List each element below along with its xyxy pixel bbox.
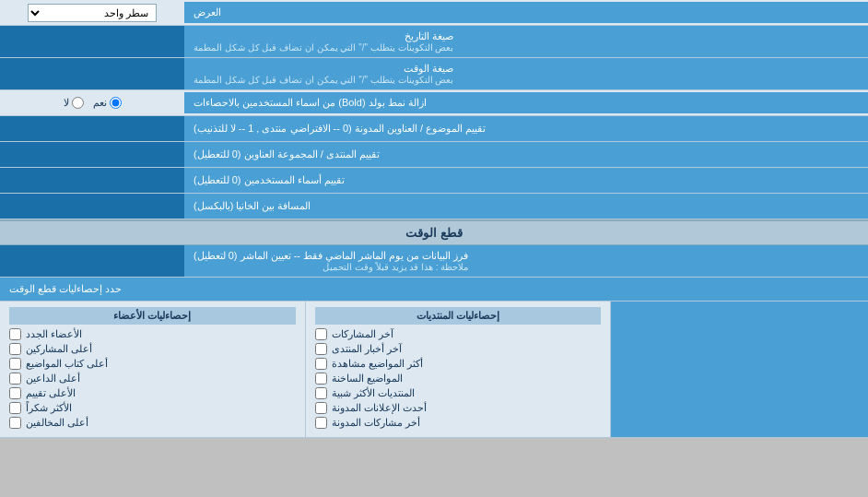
stats-checkbox-posts-6[interactable] [315, 417, 327, 429]
forum-order-field[interactable]: 33 [6, 148, 179, 161]
date-format-input[interactable]: d-m [0, 26, 184, 57]
stats-item-posts-0: آخر المشاركات [315, 328, 602, 340]
topic-order-input[interactable]: 33 [0, 116, 184, 141]
stats-item-posts-3: المواضيع الساخنة [315, 373, 602, 385]
stats-checkbox-members-6[interactable] [9, 417, 21, 429]
cutoff-days-label: فرز البيانات من يوم الماشر الماضي فقط --… [184, 245, 868, 277]
cutoff-section-header: قطع الوقت [0, 219, 868, 245]
posts-stats-col: إحصاءليات المنتديات آخر المشاركات آخر أخ… [305, 302, 611, 437]
bold-remove-options: نعم لا [0, 94, 184, 112]
stats-item-members-0: الأعضاء الجدد [9, 328, 296, 340]
stats-item-posts-2: أكثر المواضيع مشاهدة [315, 358, 602, 370]
stats-checkbox-members-0[interactable] [9, 328, 21, 340]
forum-order-label: تقييم المنتدى / المجموعة العناوين (0 للت… [184, 142, 868, 167]
stats-section-header: حدد إحصاءليات قطع الوقت [0, 278, 868, 302]
display-select[interactable]: سطر واحد [28, 4, 157, 22]
forum-order-input[interactable]: 33 [0, 142, 184, 167]
bold-no-radio[interactable] [72, 97, 84, 109]
stats-item-members-3: أعلى الداعين [9, 373, 296, 385]
stats-item-posts-1: آخر أخبار المنتدى [315, 343, 602, 355]
time-format-input[interactable]: H:i [0, 58, 184, 89]
stats-checkbox-posts-1[interactable] [315, 343, 327, 355]
usernames-order-label: تقييم أسماء المستخدمين (0 للتعطيل) [184, 168, 868, 193]
bold-yes-label[interactable]: نعم [93, 97, 122, 109]
time-format-label: صيغة الوقت بعض التكوينات يتطلب "/" التي … [184, 58, 868, 89]
date-format-field[interactable]: d-m [6, 35, 179, 48]
stats-item-members-6: أعلى المخالفين [9, 417, 296, 429]
stats-checkbox-posts-5[interactable] [315, 402, 327, 414]
forum-order-row: تقييم المنتدى / المجموعة العناوين (0 للت… [0, 142, 868, 168]
stats-item-members-1: أعلى المشاركين [9, 343, 296, 355]
bold-no-label[interactable]: لا [64, 97, 84, 109]
cutoff-days-row: فرز البيانات من يوم الماشر الماضي فقط --… [0, 245, 868, 278]
stats-item-members-5: الأكثر شكراً [9, 402, 296, 414]
posts-stats-header: إحصاءليات المنتديات [315, 307, 602, 325]
bold-yes-radio[interactable] [110, 97, 122, 109]
stats-item-members-4: الأعلى تقييم [9, 387, 296, 399]
members-stats-header: إحصاءليات الأعضاء [9, 307, 296, 325]
stats-item-posts-4: المنتديات الأكثر شبية [315, 387, 602, 399]
time-format-field[interactable]: H:i [6, 67, 179, 80]
stats-empty-col [610, 302, 868, 437]
main-container: العرض سطر واحد صيغة التاريخ بعض التكوينا… [0, 0, 868, 438]
stats-item-members-2: أعلى كتاب المواضيع [9, 358, 296, 370]
topic-order-label: تقييم الموضوع / العناوين المدونة (0 -- ا… [184, 116, 868, 141]
date-format-row: صيغة التاريخ بعض التكوينات يتطلب "/" الت… [0, 26, 868, 58]
members-stats-col: إحصاءليات الأعضاء الأعضاء الجدد أعلى الم… [0, 302, 305, 437]
stats-grid: إحصاءليات المنتديات آخر المشاركات آخر أخ… [0, 302, 868, 438]
cutoff-days-field[interactable]: 0 [6, 254, 179, 267]
display-input[interactable]: سطر واحد [0, 1, 184, 25]
usernames-order-input[interactable]: 0 [0, 168, 184, 193]
stats-checkbox-members-3[interactable] [9, 373, 21, 385]
topic-order-field[interactable]: 33 [6, 123, 179, 136]
stats-checkbox-members-2[interactable] [9, 358, 21, 370]
stats-checkbox-members-5[interactable] [9, 402, 21, 414]
usernames-order-field[interactable]: 0 [6, 174, 179, 187]
stats-checkbox-members-4[interactable] [9, 387, 21, 399]
stats-checkbox-posts-3[interactable] [315, 373, 327, 385]
bold-remove-row: ازالة نمط بولد (Bold) من اسماء المستخدمي… [0, 90, 868, 116]
stats-checkbox-posts-0[interactable] [315, 328, 327, 340]
cutoff-days-input[interactable]: 0 [0, 245, 184, 277]
usernames-order-row: تقييم أسماء المستخدمين (0 للتعطيل) 0 [0, 168, 868, 194]
space-between-label: المسافة بين الخانيا (بالبكسل) [184, 194, 868, 219]
time-format-row: صيغة الوقت بعض التكوينات يتطلب "/" التي … [0, 58, 868, 90]
display-label: العرض [184, 2, 868, 23]
stats-item-posts-6: أخر مشاركات المدونة [315, 417, 602, 429]
stats-item-posts-5: أحدث الإعلانات المدونة [315, 402, 602, 414]
stats-checkbox-posts-4[interactable] [315, 387, 327, 399]
space-between-input[interactable]: 2 [0, 194, 184, 219]
space-between-row: المسافة بين الخانيا (بالبكسل) 2 [0, 194, 868, 219]
stats-checkbox-posts-2[interactable] [315, 358, 327, 370]
topic-order-row: تقييم الموضوع / العناوين المدونة (0 -- ا… [0, 116, 868, 142]
bold-remove-label: ازالة نمط بولد (Bold) من اسماء المستخدمي… [184, 92, 868, 113]
stats-checkbox-members-1[interactable] [9, 343, 21, 355]
space-between-field[interactable]: 2 [6, 200, 179, 213]
date-format-label: صيغة التاريخ بعض التكوينات يتطلب "/" الت… [184, 26, 868, 57]
display-row: العرض سطر واحد [0, 0, 868, 26]
